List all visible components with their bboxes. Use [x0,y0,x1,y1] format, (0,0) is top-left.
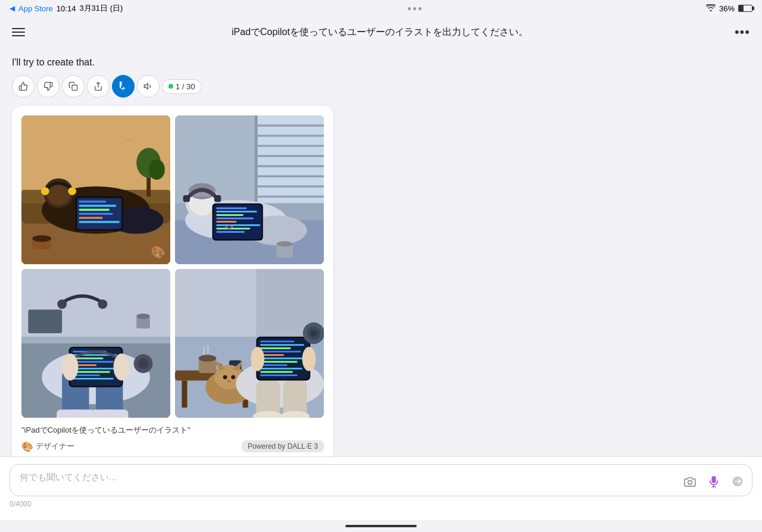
send-button[interactable] [728,472,747,491]
svg-rect-85 [73,371,110,373]
char-count: 0/4000 [10,500,752,508]
message-input-box[interactable]: 何でも聞いてください... [10,464,752,496]
svg-rect-16 [79,201,106,202]
svg-rect-127 [260,368,302,370]
designer-icon: 🎨 [21,441,33,452]
image-caption: "iPadでCopilotを使っているユーザーのイラスト" [21,425,324,436]
microphone-button[interactable] [704,472,723,491]
svg-point-88 [62,353,78,380]
svg-rect-122 [260,351,301,353]
svg-rect-126 [260,364,287,366]
svg-rect-20 [79,217,103,218]
thumbs-up-button[interactable] [12,75,35,98]
status-date: 3月31日 (日) [79,3,123,14]
svg-rect-120 [260,344,304,346]
nav-bar: iPadでCopilotを使っているユーザーのイラストを出力してください。 ••… [0,17,762,48]
card-footer: 🎨 デザイナー Powered by DALL·E 3 [21,440,324,452]
svg-rect-119 [260,340,294,342]
hamburger-menu-button[interactable] [10,26,27,39]
share-button[interactable] [87,75,110,98]
dalle-badge: Powered by DALL·E 3 [242,440,324,452]
svg-rect-124 [260,358,306,359]
svg-point-12 [41,187,49,195]
svg-rect-125 [260,361,298,363]
designer-badge[interactable]: 🎨 デザイナー [21,441,74,452]
svg-point-106 [223,375,227,379]
svg-rect-18 [79,209,110,211]
designer-label: デザイナー [36,441,74,452]
counter-text: 1 / 30 [176,82,195,91]
svg-rect-82 [73,361,113,363]
generated-image-1[interactable] [21,115,170,264]
input-action-buttons [680,472,747,491]
svg-point-89 [114,353,130,380]
bing-button[interactable] [112,75,135,98]
copy-button[interactable] [62,75,85,98]
generated-image-4[interactable] [175,269,324,418]
svg-rect-30 [255,115,258,204]
ai-response-text: I'll try to create that. [12,57,750,68]
svg-point-60 [276,241,292,246]
generated-image-2[interactable] [175,115,324,264]
camera-button[interactable] [680,472,699,491]
input-placeholder: 何でも聞いてください... [20,472,117,482]
image-grid [21,115,324,418]
svg-rect-129 [260,374,298,376]
generated-image-3[interactable] [21,269,170,418]
svg-rect-57 [216,228,250,230]
conversation-title: iPadでCopilotを使っているユーザーのイラストを出力してください。 [27,26,732,39]
svg-rect-19 [79,213,113,215]
svg-point-133 [251,347,264,371]
svg-rect-76 [90,409,129,418]
svg-rect-55 [216,221,236,223]
svg-rect-53 [216,214,243,216]
app-store-link[interactable]: App Store [18,4,53,13]
svg-rect-56 [216,224,260,226]
action-buttons-row: 1 / 30 [12,75,750,98]
svg-rect-86 [73,374,99,376]
image-counter-badge[interactable]: 1 / 30 [162,79,202,94]
status-bar: ◀ App Store 10:14 3月31日 (日) 36% [0,0,762,17]
home-indicator [0,520,762,532]
status-left: ◀ App Store 10:14 3月31日 (日) [10,3,123,14]
svg-point-91 [138,358,148,369]
svg-rect-21 [79,221,120,223]
svg-rect-17 [79,205,117,206]
status-right: 36% [706,4,752,13]
svg-rect-87 [73,378,113,380]
svg-rect-0 [72,85,77,90]
svg-rect-48 [214,195,221,202]
status-time: 10:14 [57,4,76,13]
image-card: "iPadでCopilotを使っているユーザーのイラスト" 🎨 デザイナー Po… [12,106,333,456]
svg-rect-58 [216,231,245,233]
svg-rect-121 [260,348,291,349]
home-bar [345,525,417,527]
svg-point-107 [231,375,235,379]
more-options-button[interactable]: ••• [732,22,752,42]
svg-point-135 [688,480,692,484]
svg-point-99 [199,355,217,361]
counter-dot [168,84,173,89]
status-center-dots [408,7,421,10]
sound-button[interactable] [137,75,160,98]
svg-point-67 [136,314,150,319]
thumbs-down-button[interactable] [37,75,60,98]
svg-rect-128 [260,371,293,373]
svg-point-134 [302,347,316,371]
svg-rect-81 [73,358,103,359]
svg-marker-2 [144,83,148,89]
wifi-icon [706,4,716,13]
svg-rect-65 [28,309,62,333]
svg-rect-84 [73,368,118,370]
svg-point-24 [32,235,51,242]
back-arrow[interactable]: ◀ [10,4,15,12]
svg-rect-29 [256,115,324,204]
svg-rect-52 [216,211,257,212]
svg-point-132 [310,330,317,336]
svg-rect-51 [216,208,246,209]
svg-rect-96 [182,381,187,408]
svg-point-69 [98,299,107,309]
svg-point-27 [149,159,165,180]
svg-point-68 [57,299,67,309]
input-area: 何でも聞いてください... [0,456,762,520]
